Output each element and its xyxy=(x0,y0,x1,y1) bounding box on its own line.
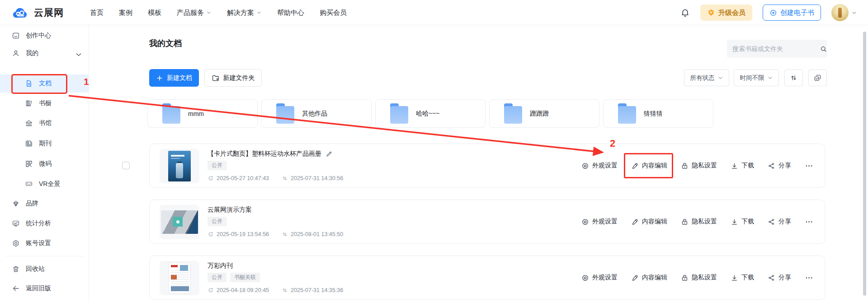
sidebar-item-library[interactable]: 书馆 xyxy=(0,114,89,132)
update-time: 2025-04-18 09:20:45 xyxy=(208,287,269,293)
more-button[interactable] xyxy=(805,162,813,170)
chevron-down-icon xyxy=(75,51,83,59)
journal-icon xyxy=(25,139,33,148)
sidebar-item-vr-panorama[interactable]: VR全景 xyxy=(0,175,89,193)
share-icon xyxy=(768,162,775,170)
privacy-settings-button[interactable]: 隐私设置 xyxy=(681,162,717,170)
download-icon xyxy=(731,274,738,282)
status-filter-dropdown[interactable]: 所有状态 xyxy=(684,70,729,86)
row-checkbox[interactable] xyxy=(122,162,130,169)
privacy-settings-button[interactable]: 隐私设置 xyxy=(681,218,717,226)
document-title[interactable]: 【卡片式翻页】塑料杯运动水杯产品画册 xyxy=(208,150,321,158)
publish-time: 2025-07-31 14:35:36 xyxy=(282,287,343,293)
document-row[interactable]: 【卡片式翻页】塑料杯运动水杯产品画册 公开 2025-05-27 10:47:4… xyxy=(149,144,825,188)
sidebar-item-recycle-bin[interactable]: 回收站 xyxy=(0,260,89,278)
sort-button[interactable] xyxy=(784,70,803,86)
document-icon xyxy=(25,79,33,88)
vr-goggles-icon xyxy=(25,180,33,188)
status-badge: 公开 xyxy=(208,273,226,282)
rename-pencil-icon[interactable] xyxy=(326,150,333,158)
sidebar-item-brand[interactable]: 品牌 xyxy=(0,195,89,213)
update-time: 2025-05-19 13:54:56 xyxy=(208,231,269,237)
document-row[interactable]: 云展网演示方案 公开 2025-05-19 13:54:56 2025-08-0… xyxy=(149,200,825,244)
new-document-button[interactable]: 新建文档 xyxy=(149,69,199,87)
appearance-settings-button[interactable]: 外观设置 xyxy=(581,162,618,170)
folder-card[interactable]: 哈哈~~~ xyxy=(375,99,486,128)
sidebar-item-back-to-old[interactable]: 返回旧版 xyxy=(0,279,89,297)
sidebar-item-documents[interactable]: 文档 xyxy=(0,74,89,93)
qr-code-icon xyxy=(25,160,33,168)
new-folder-button[interactable]: 新建文件夹 xyxy=(204,69,262,87)
time-filter-dropdown[interactable]: 时间不限 xyxy=(734,70,779,86)
sidebar-item-mine[interactable]: 我的 xyxy=(0,44,89,62)
lock-icon xyxy=(681,218,689,226)
more-button[interactable] xyxy=(805,274,813,282)
avatar[interactable] xyxy=(831,4,849,21)
sidebar-item-bookcase[interactable]: 书橱 xyxy=(0,94,89,112)
ellipsis-icon xyxy=(805,218,813,226)
batch-select-button[interactable] xyxy=(808,70,827,86)
vertical-scrollbar[interactable] xyxy=(863,32,866,296)
document-title[interactable]: 万彩内刊 xyxy=(208,262,233,270)
books-icon xyxy=(25,99,33,107)
document-thumbnail[interactable] xyxy=(160,205,199,239)
document-thumbnail[interactable] xyxy=(160,261,199,295)
document-title[interactable]: 云展网演示方案 xyxy=(208,206,252,214)
document-thumbnail[interactable] xyxy=(160,149,199,183)
menu-item-templates[interactable]: 模板 xyxy=(148,9,161,17)
sidebar-item-statistics[interactable]: 统计分析 xyxy=(0,214,89,232)
search-icon[interactable] xyxy=(820,45,827,53)
content-edit-button[interactable]: 内容编辑 xyxy=(631,162,667,170)
share-icon xyxy=(768,218,775,226)
folder-name: 蹭蹭蹭 xyxy=(530,110,549,118)
document-row[interactable]: 万彩内刊 公开 书橱关联 2025-04-18 09:20:45 2025-07… xyxy=(149,256,825,300)
content-edit-button[interactable]: 内容编辑 xyxy=(631,218,667,226)
folder-card[interactable]: 其他作品 xyxy=(261,99,372,128)
folder-icon xyxy=(504,103,522,124)
brand-logo[interactable]: 云展网 xyxy=(11,0,64,25)
appearance-settings-button[interactable]: 外观设置 xyxy=(581,274,618,282)
folder-name: mmm xyxy=(188,110,204,117)
share-icon xyxy=(768,274,775,282)
folder-icon xyxy=(618,103,636,124)
sync-icon xyxy=(208,175,214,181)
folder-card[interactable]: mmm xyxy=(147,99,258,128)
share-button[interactable]: 分享 xyxy=(768,218,791,226)
search-box xyxy=(727,40,827,58)
download-button[interactable]: 下载 xyxy=(731,218,754,226)
download-button[interactable]: 下载 xyxy=(731,274,754,282)
gear-icon xyxy=(12,239,20,247)
menu-item-home[interactable]: 首页 xyxy=(90,9,104,17)
sidebar-item-creation-center[interactable]: 创作中心 xyxy=(0,27,89,45)
sidebar-item-journal[interactable]: 期刊 xyxy=(0,135,89,153)
privacy-settings-button[interactable]: 隐私设置 xyxy=(681,274,717,282)
chevron-down-icon xyxy=(767,75,773,81)
account-menu[interactable] xyxy=(831,4,857,21)
folder-card[interactable]: 猜猜猜 xyxy=(603,99,713,128)
menu-item-products[interactable]: 产品服务 xyxy=(177,9,212,17)
menu-item-solutions[interactable]: 解决方案 xyxy=(227,9,262,17)
sidebar: 创作中心 我的 文档 书橱 书馆 期刊 微码 VR全景 品牌 统计分析 账号设置… xyxy=(0,25,89,302)
content-edit-button[interactable]: 内容编辑 xyxy=(631,274,667,282)
menu-item-cases[interactable]: 案例 xyxy=(119,9,132,17)
chevron-down-icon xyxy=(256,10,262,15)
more-button[interactable] xyxy=(805,218,813,226)
share-button[interactable]: 分享 xyxy=(768,162,791,170)
annotation-step-2: 2 xyxy=(610,138,615,149)
share-button[interactable]: 分享 xyxy=(768,274,791,282)
appearance-settings-button[interactable]: 外观设置 xyxy=(581,218,618,226)
back-arrow-icon xyxy=(12,284,20,293)
notification-bell-icon[interactable] xyxy=(680,8,690,18)
menu-item-buy-membership[interactable]: 购买会员 xyxy=(320,9,347,17)
cover-image xyxy=(169,263,190,293)
menu-item-help[interactable]: 帮助中心 xyxy=(277,9,304,17)
folder-card[interactable]: 蹭蹭蹭 xyxy=(489,99,599,128)
create-ebook-button[interactable]: 创建电子书 xyxy=(763,5,821,21)
sidebar-item-account-settings[interactable]: 账号设置 xyxy=(0,234,89,252)
upgrade-membership-button[interactable]: 升级会员 xyxy=(700,5,752,21)
download-button[interactable]: 下载 xyxy=(731,162,754,170)
sidebar-item-qrcode[interactable]: 微码 xyxy=(0,155,89,173)
folder-icon xyxy=(162,103,180,124)
user-icon xyxy=(12,49,20,57)
search-input[interactable] xyxy=(727,45,820,52)
